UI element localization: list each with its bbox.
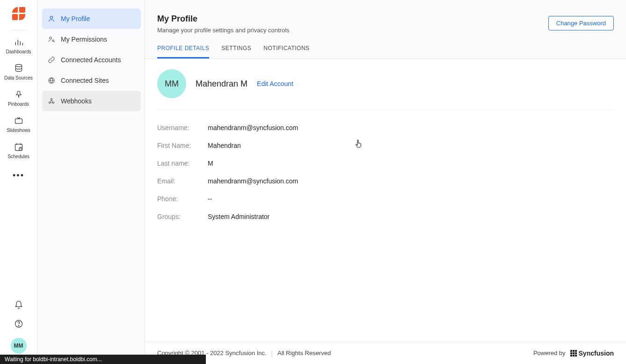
page-header: My Profile Manage your profile settings … (145, 0, 626, 59)
more-menu-icon[interactable]: ••• (13, 168, 24, 181)
rail-divider (11, 30, 27, 30)
field-groups: Groups: System Administrator (157, 213, 614, 220)
field-label: Groups: (157, 213, 208, 220)
svg-point-21 (52, 102, 54, 103)
tab-notifications[interactable]: NOTIFICATIONS (263, 45, 309, 58)
subnav-label: Connected Accounts (61, 56, 121, 64)
user-avatar-large: MM (157, 69, 186, 98)
field-label: Username: (157, 124, 208, 131)
subnav-my-permissions[interactable]: My Permissions (42, 29, 141, 50)
browser-status-bar: Waiting for boldbi-intranet.boldbi.com..… (0, 355, 206, 364)
webhook-icon (48, 97, 55, 105)
profile-header-row: MM Mahendran M Edit Account (157, 69, 614, 110)
profile-subnav: My Profile My Permissions Connected Acco… (37, 0, 145, 364)
field-value: mahendranm@syncfusion.com (208, 124, 298, 131)
svg-point-6 (15, 65, 22, 67)
svg-point-18 (52, 40, 54, 41)
field-label: Phone: (157, 195, 208, 203)
field-phone: Phone: -- (157, 195, 614, 203)
field-label: Last name: (157, 160, 208, 167)
svg-rect-24 (573, 350, 575, 352)
field-label: Email: (157, 177, 208, 185)
field-value: mahendranm@syncfusion.com (208, 177, 298, 185)
svg-rect-7 (15, 119, 22, 124)
subnav-label: Connected Sites (61, 77, 109, 84)
field-value: Mahendran (208, 142, 241, 149)
syncfusion-logo[interactable]: Syncfusion (570, 349, 614, 357)
bell-icon[interactable] (14, 300, 23, 310)
link-icon (48, 56, 55, 64)
field-label: First Name: (157, 142, 208, 149)
subnav-my-profile[interactable]: My Profile (42, 8, 141, 29)
subnav-webhooks[interactable]: Webhooks (42, 91, 141, 111)
profile-details-panel: MM Mahendran M Edit Account Username: ma… (145, 59, 626, 342)
field-email: Email: mahendranm@syncfusion.com (157, 177, 614, 185)
left-rail: Dashboards Data Sources Pinboards Slides… (0, 0, 37, 364)
subnav-label: Webhooks (61, 97, 92, 105)
tv-icon (14, 116, 24, 126)
subnav-label: My Permissions (61, 36, 107, 43)
brand-name: Syncfusion (579, 349, 614, 357)
svg-rect-23 (570, 350, 572, 352)
field-lastname: Last name: M (157, 160, 614, 167)
rail-item-slideshows[interactable]: Slideshows (0, 116, 37, 142)
user-icon (48, 15, 55, 22)
subnav-connected-accounts[interactable]: Connected Accounts (42, 50, 141, 70)
calendar-icon (14, 142, 24, 152)
rail-item-dashboards[interactable]: Dashboards (0, 37, 37, 63)
powered-by-label: Powered by (533, 349, 566, 357)
rail-label: Schedules (7, 154, 29, 159)
database-icon (14, 63, 24, 73)
profile-fields: Username: mahendranm@syncfusion.com Firs… (157, 124, 614, 220)
user-avatar-small[interactable]: MM (11, 338, 27, 354)
svg-point-15 (18, 326, 19, 326)
svg-point-20 (49, 102, 50, 103)
rail-item-schedules[interactable]: Schedules (0, 142, 37, 168)
svg-rect-28 (575, 352, 577, 354)
help-icon[interactable] (14, 319, 23, 328)
page-subtitle: Manage your profile settings and privacy… (157, 27, 614, 34)
svg-rect-30 (573, 355, 575, 357)
profile-display-name: Mahendran M (196, 79, 247, 89)
subnav-connected-sites[interactable]: Connected Sites (42, 70, 141, 91)
bar-chart-icon (14, 37, 24, 47)
page-footer: Copyright © 2001 - 2022 Syncfusion Inc. … (145, 342, 626, 364)
rail-item-datasources[interactable]: Data Sources (0, 63, 37, 89)
app-logo[interactable] (12, 7, 26, 21)
svg-point-16 (50, 16, 52, 19)
globe-icon (48, 77, 55, 84)
svg-point-11 (19, 147, 22, 151)
field-value: M (208, 160, 213, 167)
edit-account-link[interactable]: Edit Account (257, 80, 293, 87)
user-key-icon (48, 36, 55, 43)
field-value: -- (208, 195, 212, 203)
field-firstname: First Name: Mahendran (157, 142, 614, 149)
svg-rect-27 (573, 352, 575, 354)
avatar-initials: MM (14, 342, 23, 349)
pin-icon (14, 89, 24, 100)
subnav-label: My Profile (61, 15, 90, 22)
svg-rect-31 (575, 355, 577, 357)
rail-item-pinboards[interactable]: Pinboards (0, 89, 37, 116)
svg-rect-0 (19, 7, 25, 13)
status-text: Waiting for boldbi-intranet.boldbi.com..… (5, 356, 102, 363)
svg-rect-1 (12, 14, 18, 20)
field-value: System Administrator (208, 213, 269, 220)
change-password-button[interactable]: Change Password (548, 16, 614, 30)
tab-settings[interactable]: SETTINGS (221, 45, 251, 58)
main-content: My Profile Manage your profile settings … (145, 0, 626, 364)
svg-rect-25 (575, 350, 577, 352)
rail-label: Slideshows (7, 128, 30, 133)
tabs: PROFILE DETAILS SETTINGS NOTIFICATIONS (157, 45, 614, 58)
field-username: Username: mahendranm@syncfusion.com (157, 124, 614, 131)
rail-label: Pinboards (8, 102, 29, 107)
tab-profile-details[interactable]: PROFILE DETAILS (157, 45, 209, 58)
svg-rect-29 (570, 355, 572, 357)
svg-rect-26 (570, 352, 572, 354)
page-title: My Profile (157, 14, 614, 24)
svg-point-17 (50, 37, 52, 39)
rail-label: Dashboards (6, 49, 31, 54)
rights-text: All Rights Reserved (277, 349, 331, 357)
svg-point-22 (51, 98, 52, 100)
avatar-initials: MM (165, 79, 179, 89)
